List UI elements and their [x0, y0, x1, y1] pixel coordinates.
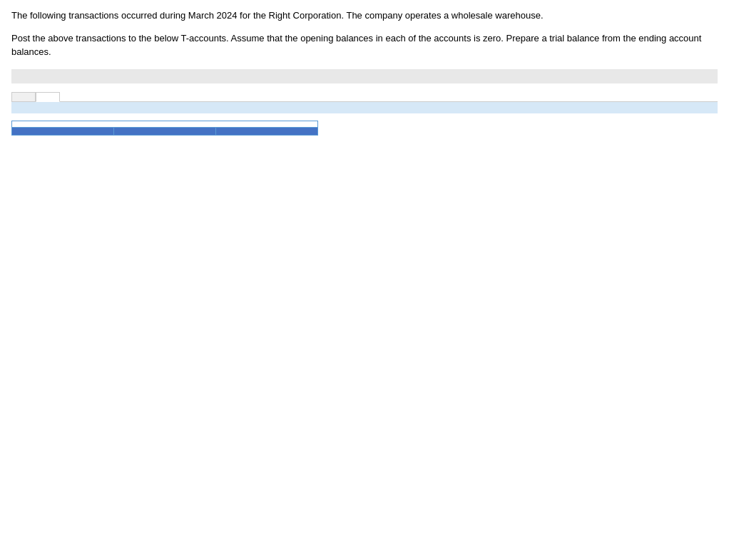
- complete-box: [11, 69, 718, 83]
- col-credits: [216, 127, 318, 135]
- col-account-title: [12, 127, 114, 135]
- tab-row: [11, 92, 718, 102]
- trial-balance-title: [11, 121, 318, 127]
- tabs-container: [11, 92, 718, 102]
- post-instruction: Post the above transactions to the below…: [11, 31, 718, 59]
- tab-t-accounts[interactable]: [11, 92, 36, 101]
- table-header: [12, 127, 318, 135]
- section-header: [11, 102, 718, 113]
- trial-balance-wrapper: [11, 121, 318, 136]
- intro-text: The following transactions occurred duri…: [11, 9, 718, 23]
- trial-balance-table: [11, 127, 318, 136]
- col-debits: [114, 127, 216, 135]
- tab-trial-balance[interactable]: [36, 92, 60, 102]
